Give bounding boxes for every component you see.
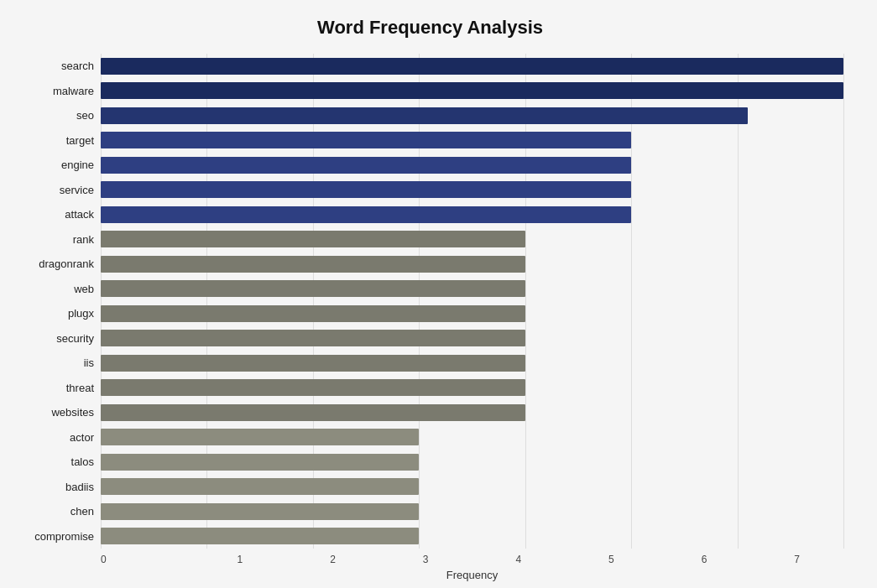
bar-row xyxy=(101,253,843,275)
bar xyxy=(101,181,631,198)
chart-container: Word Frequency Analysis searchmalwareseo… xyxy=(0,0,877,588)
y-label: compromise xyxy=(34,525,94,547)
bar xyxy=(101,404,525,421)
bar xyxy=(101,58,843,75)
bar xyxy=(101,429,419,445)
bar xyxy=(101,256,525,273)
y-label: chen xyxy=(70,501,94,523)
bar-row xyxy=(101,451,843,473)
y-label: service xyxy=(60,179,94,200)
bar xyxy=(101,305,525,322)
y-label: websites xyxy=(51,402,94,424)
grid-line xyxy=(843,54,844,549)
bar xyxy=(101,132,631,148)
bar xyxy=(101,355,525,372)
y-label: security xyxy=(56,327,94,349)
bars-and-grid xyxy=(101,54,843,549)
bar xyxy=(101,280,525,297)
bar xyxy=(101,330,525,346)
bar-row xyxy=(101,129,843,151)
y-label: iis xyxy=(84,352,94,374)
bar-row xyxy=(101,476,843,497)
bar-row xyxy=(101,402,843,424)
bars-container xyxy=(101,54,843,549)
y-label: attack xyxy=(65,204,94,226)
bar-row xyxy=(101,154,843,176)
x-tick: 5 xyxy=(565,554,658,565)
y-label: web xyxy=(74,278,94,299)
bar-row xyxy=(101,55,843,77)
bar xyxy=(101,157,631,174)
bar xyxy=(101,528,419,544)
bar xyxy=(101,82,843,99)
chart-title: Word Frequency Analysis xyxy=(17,17,843,39)
bar-row xyxy=(101,278,843,299)
bar xyxy=(101,231,525,247)
y-label: engine xyxy=(61,154,94,176)
bar-row xyxy=(101,80,843,101)
chart-area: searchmalwareseotargetengineserviceattac… xyxy=(17,54,843,549)
bar xyxy=(101,503,419,520)
x-axis-label: Frequency xyxy=(101,569,843,581)
bar-row xyxy=(101,377,843,398)
bar-row xyxy=(101,204,843,226)
bar-row xyxy=(101,179,843,200)
x-tick: 3 xyxy=(379,554,472,565)
bar-row xyxy=(101,352,843,374)
x-tick: 7 xyxy=(750,554,843,565)
bar-row xyxy=(101,426,843,448)
y-label: talos xyxy=(71,451,94,473)
bar xyxy=(101,379,525,396)
y-label: malware xyxy=(53,80,94,101)
y-label: plugx xyxy=(68,303,94,325)
bar-row xyxy=(101,501,843,523)
y-label: search xyxy=(61,55,94,77)
bar xyxy=(101,454,419,471)
y-axis: searchmalwareseotargetengineserviceattac… xyxy=(17,54,101,549)
bar xyxy=(101,107,748,124)
y-label: target xyxy=(66,129,94,151)
bar-row xyxy=(101,228,843,250)
bar-row xyxy=(101,525,843,547)
bar xyxy=(101,478,419,495)
bar xyxy=(101,206,631,223)
y-label: seo xyxy=(76,105,94,127)
y-label: actor xyxy=(70,426,94,448)
bar-row xyxy=(101,327,843,349)
x-tick: 6 xyxy=(658,554,751,565)
bar-row xyxy=(101,303,843,325)
x-ticks: 01234567 xyxy=(101,554,843,565)
y-label: badiis xyxy=(65,476,94,497)
y-label: dragonrank xyxy=(39,253,94,275)
x-axis-container: 01234567 Frequency xyxy=(101,549,843,581)
y-label: rank xyxy=(73,228,94,250)
bar-row xyxy=(101,105,843,127)
y-label: threat xyxy=(66,377,94,398)
x-tick: 0 xyxy=(101,554,194,565)
x-tick: 4 xyxy=(472,554,566,565)
x-tick: 2 xyxy=(286,554,379,565)
x-tick: 1 xyxy=(194,554,287,565)
